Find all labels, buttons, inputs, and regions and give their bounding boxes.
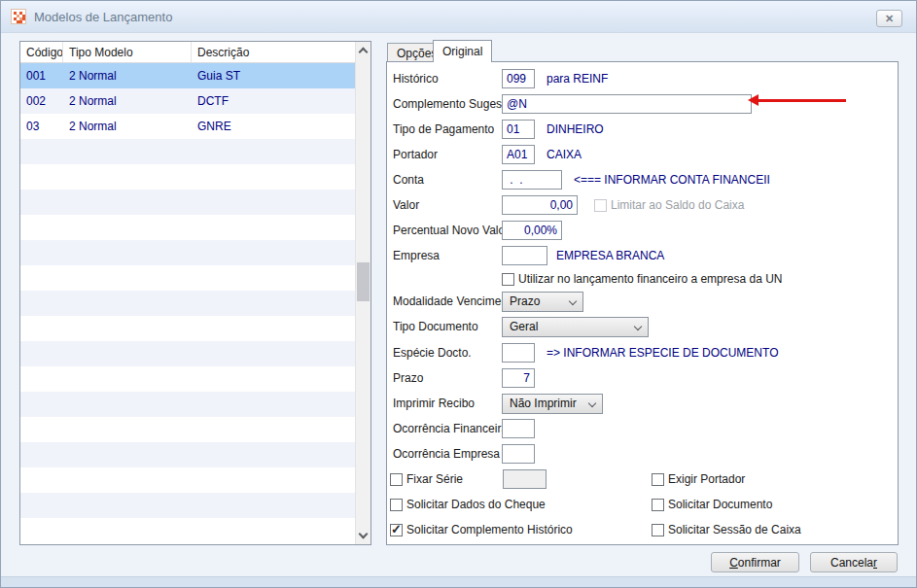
tipo-documento-label: Tipo Documento: [393, 320, 502, 333]
table-row[interactable]: [20, 190, 355, 215]
close-icon[interactable]: [876, 10, 902, 27]
scroll-down-icon[interactable]: [356, 528, 370, 544]
app-icon: [11, 9, 26, 24]
table-cell: 2 Normal: [63, 120, 192, 133]
table-row[interactable]: [20, 164, 355, 190]
conta-input[interactable]: [502, 170, 562, 190]
tipo-documento-value: Geral: [510, 320, 538, 333]
table-cell: GNRE: [192, 120, 355, 133]
table-row[interactable]: [20, 215, 355, 240]
column-header-tipo-modelo: Tipo Modelo: [63, 42, 192, 62]
fixar-serie-label: Fixar Série: [406, 472, 463, 486]
utilizar-empresa-un-checkbox[interactable]: [502, 273, 514, 286]
table-cell: Guia ST: [192, 69, 355, 83]
table-cell: 2 Normal: [63, 94, 192, 108]
table-row[interactable]: 0022 NormalDCTF: [20, 88, 355, 114]
table-row[interactable]: [20, 518, 355, 543]
percentual-novo-valor-label: Percentual Novo Valor: [393, 224, 502, 237]
annotation-arrow: [758, 99, 846, 102]
table-row[interactable]: [20, 442, 355, 467]
imprimir-recibo-label: Imprimir Recibo: [393, 397, 502, 410]
limitar-saldo-checkbox[interactable]: [594, 199, 607, 212]
portador-hint: CAIXA: [547, 148, 582, 161]
tipo-pagamento-label: Tipo de Pagamento: [393, 122, 502, 136]
portador-label: Portador: [393, 148, 502, 161]
solicitar-sessao-caixa-checkbox[interactable]: [652, 524, 664, 536]
table-scrollbar[interactable]: [355, 42, 370, 544]
table-row[interactable]: [20, 291, 355, 316]
cancelar-button[interactable]: Cancelar: [810, 552, 898, 572]
solicitar-complemento-historico-checkbox[interactable]: [390, 524, 403, 536]
column-header-codigo: Código: [20, 42, 63, 62]
solicitar-documento-checkbox[interactable]: [652, 499, 664, 511]
table-row[interactable]: 032 NormalGNRE: [20, 114, 355, 139]
tipo-pagamento-hint: DINHEIRO: [547, 122, 604, 136]
modalidade-vencimento-value: Prazo: [510, 294, 540, 308]
confirmar-button[interactable]: Confirmar: [711, 552, 799, 572]
scroll-up-icon[interactable]: [356, 42, 370, 58]
solicitar-dados-cheque-checkbox[interactable]: [390, 499, 403, 511]
tab-panel-original: Histórico para REINF Complemento Sugestã…: [386, 61, 899, 545]
empresa-label: Empresa: [393, 249, 502, 262]
imprimir-recibo-value: Não Imprimir: [510, 397, 577, 410]
tipo-pagamento-input[interactable]: [502, 120, 535, 139]
scrollbar-thumb[interactable]: [357, 262, 370, 301]
exigir-portador-label: Exigir Portador: [668, 472, 745, 486]
table-row[interactable]: [20, 341, 355, 366]
solicitar-complemento-historico-label: Solicitar Complemento Histórico: [406, 523, 573, 536]
title-bar: Modelos de Lançamento: [1, 1, 916, 33]
ocorrencia-financeira-label: Ocorrência Financeira: [393, 422, 502, 435]
fixar-serie-checkbox[interactable]: [390, 473, 403, 486]
especie-docto-input[interactable]: [502, 343, 535, 363]
ocorrencia-financeira-input[interactable]: [502, 419, 535, 438]
table-row[interactable]: [20, 493, 355, 518]
column-header-descricao: Descrição: [192, 42, 355, 62]
dialog-modelos-de-lancamento: Modelos de Lançamento Código Tipo Modelo…: [0, 0, 917, 588]
table-row[interactable]: 0012 NormalGuia ST: [20, 63, 355, 88]
ocorrencia-empresa-input[interactable]: [502, 444, 535, 464]
exigir-portador-checkbox[interactable]: [652, 473, 664, 486]
limitar-saldo-label: Limitar ao Saldo do Caixa: [611, 198, 744, 212]
complemento-sugestao-label: Complemento Sugestão: [393, 97, 502, 111]
fixar-serie-input: [503, 469, 547, 489]
historico-input[interactable]: [502, 69, 535, 88]
table-row[interactable]: [20, 392, 355, 417]
especie-docto-hint: => INFORMAR ESPECIE DE DOCUMENTO: [547, 346, 778, 360]
empresa-input[interactable]: [502, 246, 547, 265]
table-row[interactable]: [20, 417, 355, 442]
table-cell: 001: [20, 69, 63, 83]
table-row[interactable]: [20, 139, 355, 164]
table-row[interactable]: [20, 366, 355, 392]
prazo-input[interactable]: [502, 368, 535, 388]
table-cell: 2 Normal: [63, 69, 192, 83]
historico-hint: para REINF: [547, 72, 608, 86]
table-row[interactable]: [20, 265, 355, 291]
chevron-down-icon: [569, 296, 577, 304]
window-title: Modelos de Lançamento: [34, 10, 172, 24]
tab-original[interactable]: Original: [433, 40, 492, 62]
percentual-novo-valor-input[interactable]: [502, 221, 562, 240]
chevron-down-icon: [588, 398, 596, 406]
conta-hint: <=== INFORMAR CONTA FINANCEII: [574, 173, 770, 187]
complemento-sugestao-input[interactable]: [502, 94, 752, 114]
imprimir-recibo-select[interactable]: Não Imprimir: [502, 394, 603, 414]
table-row[interactable]: [20, 240, 355, 265]
table-row[interactable]: [20, 316, 355, 341]
models-table: Código Tipo Modelo Descrição 0012 Normal…: [19, 41, 371, 545]
table-body: 0012 NormalGuia ST0022 NormalDCTF032 Nor…: [20, 63, 355, 544]
valor-label: Valor: [393, 198, 502, 212]
window-frame-bottom: [1, 576, 916, 588]
solicitar-sessao-caixa-label: Solicitar Sessão de Caixa: [668, 523, 801, 536]
especie-docto-label: Espécie Docto.: [393, 346, 502, 360]
conta-label: Conta: [393, 173, 502, 187]
empresa-hint: EMPRESA BRANCA: [556, 249, 664, 262]
table-row[interactable]: [20, 467, 355, 493]
modalidade-vencimento-select[interactable]: Prazo: [502, 292, 583, 312]
modalidade-vencimento-label: Modalidade Vencimento: [393, 294, 502, 308]
tipo-documento-select[interactable]: Geral: [502, 317, 649, 337]
solicitar-documento-label: Solicitar Documento: [668, 498, 772, 511]
table-cell: 002: [20, 94, 63, 108]
valor-input[interactable]: [502, 195, 578, 215]
portador-input[interactable]: [502, 145, 535, 164]
historico-label: Histórico: [393, 72, 502, 86]
